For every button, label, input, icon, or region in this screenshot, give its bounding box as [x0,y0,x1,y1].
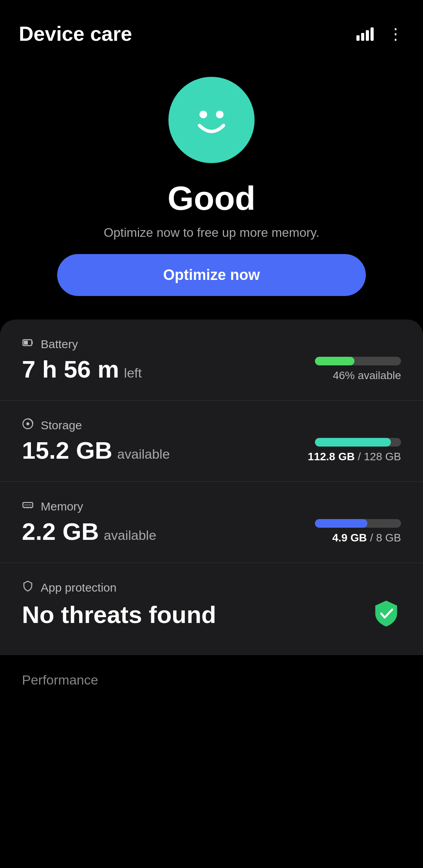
storage-value-text: 15.2 GB [22,437,112,464]
battery-icon [22,337,34,351]
signal-bar-3 [366,30,369,41]
no-threats-label: No threats found [22,601,216,628]
status-smiley [168,77,255,163]
storage-icon [22,418,34,432]
battery-progress-container [315,357,401,365]
battery-label: Battery [41,338,78,351]
svg-rect-3 [32,341,33,344]
battery-available: 46% available [333,369,401,382]
app-protection-main-row: No threats found [22,599,401,630]
app-protection-label-row: App protection [22,580,401,595]
storage-progress-fill [315,438,391,447]
memory-unit: available [104,528,156,543]
optimize-now-button[interactable]: Optimize now [57,254,365,296]
storage-main-row: 15.2 GB available 112.8 GB / 128 GB [22,436,401,464]
app-protection-label: App protection [41,581,116,594]
battery-unit: left [124,365,142,380]
storage-progress-container [315,438,401,447]
memory-icon [22,499,34,514]
performance-section: Performance [0,655,423,695]
storage-capacity: 112.8 GB / 128 GB [308,450,401,463]
header-icons: ⋮ [356,26,404,42]
shield-check-icon [371,599,401,630]
battery-card[interactable]: Battery 7 h 56 m left 46% available [0,320,423,401]
memory-label: Memory [41,500,83,513]
battery-value-text: 7 h 56 m [22,356,119,383]
battery-label-row: Battery [22,337,401,351]
performance-label: Performance [22,672,98,687]
page-title: Device care [19,22,132,45]
signal-icon [356,27,374,41]
battery-progress-fill [315,357,354,365]
memory-label-row: Memory [22,499,401,514]
signal-bar-4 [371,27,374,41]
app-protection-icon [22,580,34,595]
storage-value: 15.2 GB available [22,436,170,464]
svg-point-1 [216,111,224,118]
storage-card[interactable]: Storage 15.2 GB available 112.8 GB / 128… [0,401,423,482]
battery-value: 7 h 56 m left [22,355,142,383]
hero-status-label: Good [168,179,256,218]
svg-point-0 [199,111,207,118]
header: Device care ⋮ [0,0,423,53]
battery-main-row: 7 h 56 m left 46% available [22,355,401,383]
memory-value-text: 2.2 GB [22,518,99,545]
memory-progress-fill [315,519,367,528]
smiley-icon [184,93,239,147]
storage-right: 112.8 GB / 128 GB [308,438,401,463]
memory-card[interactable]: Memory 2.2 GB available 4.9 GB / 8 GB [0,482,423,563]
svg-rect-4 [24,341,28,345]
signal-bar-1 [356,35,360,41]
signal-bar-2 [361,33,364,41]
memory-right: 4.9 GB / 8 GB [315,519,401,544]
memory-capacity: 4.9 GB / 8 GB [332,532,401,544]
svg-point-6 [26,422,29,425]
hero-section: Good Optimize now to free up more memory… [0,53,423,312]
battery-right: 46% available [315,357,401,382]
hero-subtitle: Optimize now to free up more memory. [104,225,320,240]
memory-main-row: 2.2 GB available 4.9 GB / 8 GB [22,518,401,545]
memory-progress-container [315,519,401,528]
cards-section: Battery 7 h 56 m left 46% available [0,320,423,655]
storage-label: Storage [41,419,82,432]
storage-unit: available [117,447,170,461]
more-menu-icon[interactable]: ⋮ [388,26,404,42]
memory-value: 2.2 GB available [22,518,156,545]
storage-label-row: Storage [22,418,401,432]
app-protection-card[interactable]: App protection No threats found [0,563,423,647]
